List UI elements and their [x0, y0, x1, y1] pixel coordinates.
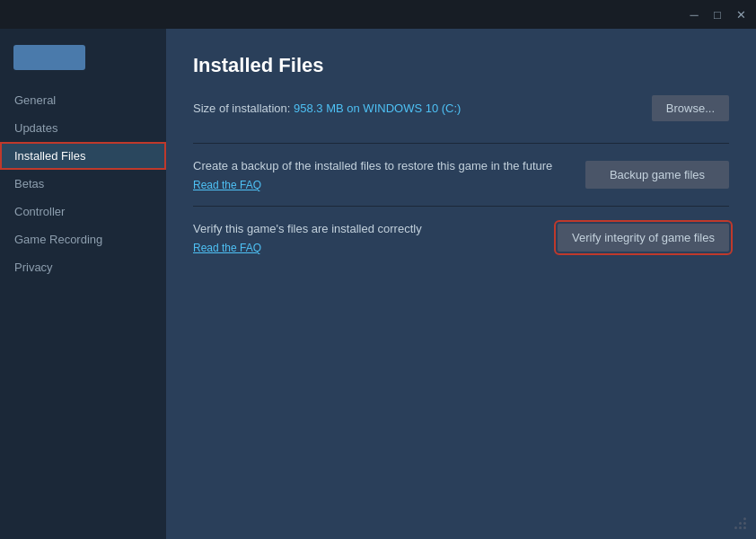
verify-description: Verify this game's files are installed c…	[193, 221, 540, 237]
close-button[interactable]: ✕	[733, 6, 749, 22]
resize-dot-1	[734, 517, 737, 520]
verify-integrity-button[interactable]: Verify integrity of game files	[558, 224, 729, 252]
resize-dot-5	[739, 522, 742, 525]
minimize-button[interactable]: ─	[686, 6, 702, 22]
content-area: Installed Files Size of installation: 95…	[166, 29, 756, 539]
resize-dot-7	[734, 526, 737, 529]
size-row: Size of installation: 958.3 MB on WINDOW…	[193, 95, 729, 121]
backup-section: Create a backup of the installed files t…	[193, 143, 729, 206]
backup-description: Create a backup of the installed files t…	[193, 158, 567, 174]
sidebar-logo	[13, 45, 85, 70]
resize-dot-6	[743, 522, 746, 525]
title-bar: ─ □ ✕	[0, 0, 756, 29]
sidebar-item-game-recording[interactable]: Game Recording	[0, 225, 166, 253]
verify-section: Verify this game's files are installed c…	[193, 206, 729, 269]
verify-faq-link[interactable]: Read the FAQ	[193, 242, 540, 254]
sidebar-item-updates[interactable]: Updates	[0, 114, 166, 142]
resize-dot-9	[743, 526, 746, 529]
backup-faq-link[interactable]: Read the FAQ	[193, 179, 567, 191]
sidebar: General Updates Installed Files Betas Co…	[0, 29, 166, 539]
page-title: Installed Files	[193, 54, 729, 77]
size-text: Size of installation: 958.3 MB on WINDOW…	[193, 102, 461, 115]
size-value: 958.3 MB on WINDOWS 10 (C:)	[294, 102, 461, 115]
browse-button[interactable]: Browse...	[652, 95, 729, 121]
sidebar-item-installed-files[interactable]: Installed Files	[0, 142, 166, 170]
sidebar-item-privacy[interactable]: Privacy	[0, 253, 166, 281]
resize-dot-2	[739, 517, 742, 520]
verify-section-left: Verify this game's files are installed c…	[193, 221, 558, 254]
resize-handle[interactable]	[734, 517, 749, 532]
maximize-button[interactable]: □	[709, 6, 725, 22]
size-label: Size of installation:	[193, 102, 290, 115]
resize-dot-4	[734, 522, 737, 525]
resize-dot-8	[739, 526, 742, 529]
backup-button[interactable]: Backup game files	[585, 161, 729, 189]
app-body: General Updates Installed Files Betas Co…	[0, 29, 756, 539]
backup-section-left: Create a backup of the installed files t…	[193, 158, 585, 191]
sidebar-item-general[interactable]: General	[0, 86, 166, 114]
sidebar-item-betas[interactable]: Betas	[0, 170, 166, 198]
sidebar-item-controller[interactable]: Controller	[0, 198, 166, 225]
resize-dot-3	[743, 517, 746, 520]
